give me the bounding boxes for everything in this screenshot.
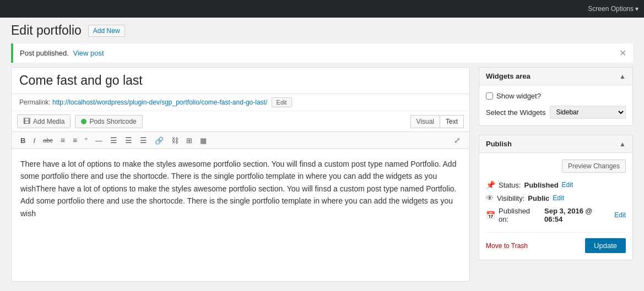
- editor-area: Permalink: http://localhost/wordpress/pl…: [11, 67, 470, 282]
- permalink-url[interactable]: http://localhost/wordpress/plugin-dev/sg…: [52, 98, 267, 106]
- widgets-area-box: Widgets area ▲ Show widget? Select the W…: [479, 67, 633, 126]
- screen-options-arrow: ▾: [635, 5, 638, 13]
- status-icon: 📌: [486, 180, 495, 189]
- notice-bar: Post published. View post ✕: [11, 43, 633, 63]
- fmt-align-center[interactable]: ☰: [122, 134, 136, 146]
- widgets-area-title: Widgets area: [486, 72, 531, 80]
- fmt-italic[interactable]: I: [30, 135, 39, 146]
- fmt-bold[interactable]: B: [17, 135, 29, 146]
- publish-box: Publish ▲ Preview Changes 📌 Status: Publ…: [479, 135, 633, 260]
- visibility-row: 👁 Visibility: Public Edit: [486, 191, 626, 205]
- select-widgets-label: Select the Widgets: [486, 108, 545, 117]
- status-value: Published: [524, 181, 558, 189]
- fmt-more[interactable]: ⊞: [183, 135, 196, 146]
- fmt-unlink[interactable]: ⛓: [168, 135, 182, 146]
- add-media-label: Add Media: [33, 118, 64, 125]
- show-widget-checkbox[interactable]: [486, 92, 493, 100]
- fmt-grid[interactable]: ▦: [197, 135, 210, 146]
- post-title-input[interactable]: [12, 68, 469, 94]
- main-layout: Permalink: http://localhost/wordpress/pl…: [0, 67, 644, 291]
- fmt-hr[interactable]: —: [92, 135, 106, 146]
- select-widgets-row: Select the Widgets Sidebar Footer Header: [486, 106, 626, 119]
- screen-options-button[interactable]: Screen Options ▾: [588, 5, 638, 13]
- pods-icon: [81, 119, 86, 124]
- update-button[interactable]: Update: [585, 238, 626, 253]
- expand-button[interactable]: ⤢: [451, 134, 464, 146]
- notice-close-icon[interactable]: ✕: [619, 48, 626, 58]
- preview-changes-button[interactable]: Preview Changes: [562, 160, 626, 173]
- page-header: Edit portfolio Add New: [0, 18, 644, 41]
- show-widget-label: Show widget?: [496, 92, 541, 100]
- show-widget-checkbox-row[interactable]: Show widget?: [486, 92, 626, 100]
- edit-permalink-button[interactable]: Edit: [272, 97, 292, 107]
- tab-visual[interactable]: Visual: [410, 115, 440, 128]
- published-edit-link[interactable]: Edit: [614, 211, 626, 219]
- notice-message: Post published. View post: [20, 49, 104, 57]
- pods-label: Pods Shortcode: [89, 118, 136, 125]
- permalink-bar: Permalink: http://localhost/wordpress/pl…: [12, 94, 469, 111]
- visual-text-tabs: Visual Text: [410, 115, 464, 128]
- add-media-button[interactable]: 🎞 Add Media: [17, 114, 71, 128]
- view-post-link[interactable]: View post: [73, 49, 104, 57]
- widgets-area-header[interactable]: Widgets area ▲: [479, 68, 632, 85]
- permalink-label: Permalink:: [19, 98, 51, 106]
- page-title: Edit portfolio: [11, 23, 82, 38]
- visibility-icon: 👁: [486, 194, 494, 202]
- widgets-area-body: Show widget? Select the Widgets Sidebar …: [479, 85, 632, 125]
- fmt-align-left[interactable]: ☰: [107, 134, 121, 146]
- publish-header[interactable]: Publish ▲: [479, 135, 632, 153]
- publish-body: Preview Changes 📌 Status: Published Edit…: [479, 153, 632, 260]
- screen-options-label: Screen Options: [588, 5, 634, 13]
- fmt-link[interactable]: 🔗: [151, 135, 167, 146]
- publish-actions: Move to Trash Update: [486, 232, 626, 253]
- fmt-blockquote[interactable]: ": [82, 135, 91, 146]
- fmt-strikethrough[interactable]: abc: [40, 135, 56, 145]
- published-row: 📅 Published on: Sep 3, 2016 @ 06:54 Edit: [486, 205, 626, 226]
- fmt-ul[interactable]: ≡: [57, 134, 68, 146]
- add-new-button[interactable]: Add New: [88, 25, 125, 37]
- status-row: 📌 Status: Published Edit: [486, 178, 626, 191]
- status-label: Status:: [499, 181, 521, 189]
- visibility-edit-link[interactable]: Edit: [553, 194, 564, 202]
- published-value: Sep 3, 2016 @ 06:54: [544, 207, 611, 223]
- format-toolbar: B I abc ≡ ≡ " — ☰ ☰ ☰ 🔗 ⛓ ⊞ ▦ ⤢: [12, 132, 469, 149]
- visibility-value: Public: [528, 194, 549, 202]
- fmt-ol[interactable]: ≡: [69, 134, 80, 146]
- preview-changes-row: Preview Changes: [486, 160, 626, 173]
- content-text: There have a lot of options to make the …: [20, 160, 456, 218]
- fmt-align-right[interactable]: ☰: [137, 134, 150, 146]
- toolbar-top: 🎞 Add Media Pods Shortcode Visual Text: [12, 111, 469, 132]
- publish-title: Publish: [486, 140, 512, 148]
- widgets-select[interactable]: Sidebar Footer Header: [550, 106, 626, 119]
- add-media-icon: 🎞: [23, 117, 30, 125]
- editor-content[interactable]: There have a lot of options to make the …: [12, 149, 469, 281]
- status-edit-link[interactable]: Edit: [562, 181, 573, 189]
- published-icon: 📅: [486, 211, 495, 219]
- publish-collapse-arrow: ▲: [619, 140, 626, 148]
- move-to-trash-link[interactable]: Move to Trash: [486, 242, 528, 250]
- sidebar: Widgets area ▲ Show widget? Select the W…: [479, 67, 633, 282]
- pods-shortcode-button[interactable]: Pods Shortcode: [75, 115, 142, 128]
- tab-text[interactable]: Text: [440, 115, 464, 128]
- widgets-collapse-arrow: ▲: [619, 73, 626, 80]
- published-label: Published on:: [499, 207, 541, 223]
- top-bar: Screen Options ▾: [0, 0, 644, 18]
- visibility-label: Visibility:: [497, 194, 524, 202]
